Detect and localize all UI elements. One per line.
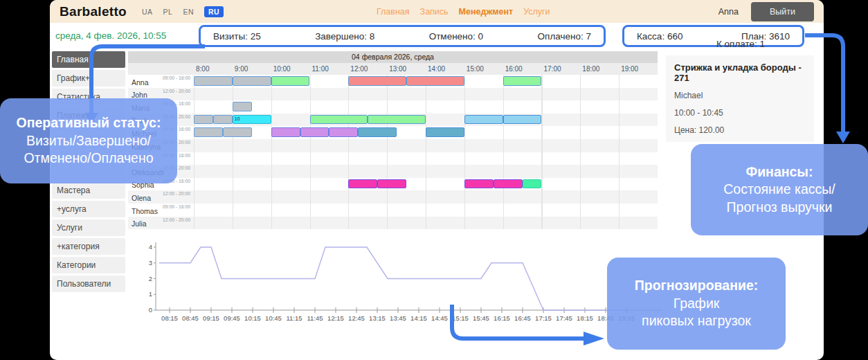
lang-button-pl[interactable]: PL bbox=[163, 8, 173, 16]
appointment-track bbox=[194, 178, 658, 191]
lang-button-ru[interactable]: RU bbox=[204, 6, 224, 17]
appointment-bar[interactable] bbox=[503, 76, 542, 86]
svg-text:11:15: 11:15 bbox=[286, 314, 302, 322]
status-stat: Отменено: 0 bbox=[429, 31, 483, 42]
appointment-bar[interactable] bbox=[310, 115, 368, 125]
payment-price: Цена: 120.00 bbox=[674, 125, 806, 135]
nav-link[interactable]: Менеджмент bbox=[459, 7, 514, 17]
nav-link[interactable]: Главная bbox=[377, 7, 410, 17]
svg-text:4: 4 bbox=[149, 243, 152, 251]
hour-label: 19:00 bbox=[619, 65, 658, 73]
svg-text:12:45: 12:45 bbox=[348, 314, 365, 322]
appointment-track bbox=[194, 165, 658, 178]
sidebar-item-Мастера[interactable]: Мастера bbox=[52, 182, 125, 199]
appointment-bar[interactable] bbox=[194, 76, 233, 86]
appointment-bar[interactable] bbox=[271, 127, 300, 137]
appointment-track bbox=[194, 204, 658, 217]
appointment-bar[interactable] bbox=[494, 179, 523, 189]
staff-cell: Thomas09:00 - 16:00 bbox=[128, 204, 194, 217]
sidebar-item-+услуга[interactable]: +услуга bbox=[52, 201, 125, 217]
appointment-bar[interactable] bbox=[223, 127, 252, 137]
callout-line: Прогноз выручки bbox=[727, 199, 833, 216]
appointment-bar[interactable] bbox=[194, 127, 223, 137]
appointment-bar[interactable] bbox=[233, 76, 271, 86]
svg-text:10:15: 10:15 bbox=[244, 314, 261, 322]
hour-label: 10:00 bbox=[271, 65, 310, 73]
staff-work-hours: 09:00 - 16:00 bbox=[163, 75, 190, 80]
svg-text:3: 3 bbox=[149, 259, 152, 267]
nav-link[interactable]: Услуги bbox=[523, 7, 550, 17]
appointment-track bbox=[194, 100, 658, 114]
appointment-bar[interactable] bbox=[358, 127, 397, 137]
arrowhead-finance bbox=[836, 132, 850, 143]
appointment-bar[interactable] bbox=[271, 76, 310, 86]
staff-cell: Anna09:00 - 16:00 bbox=[128, 75, 194, 88]
appointment-bar[interactable] bbox=[233, 102, 252, 111]
appointment-bar[interactable] bbox=[329, 127, 358, 137]
svg-text:12:15: 12:15 bbox=[327, 314, 344, 322]
appointment-bar[interactable]: 10 bbox=[233, 115, 271, 125]
hour-label: 17:00 bbox=[541, 65, 580, 73]
sidebar-item-Услуги[interactable]: Услуги bbox=[52, 219, 125, 236]
appointment-bar[interactable] bbox=[300, 127, 329, 137]
appointment-bar[interactable] bbox=[377, 179, 406, 189]
svg-text:17:15: 17:15 bbox=[535, 314, 552, 322]
schedule-day-title: 04 февраля 2026, среда bbox=[128, 51, 658, 63]
staff-name: Thomas bbox=[132, 207, 158, 215]
hour-label: 15:00 bbox=[464, 65, 503, 73]
svg-text:09:45: 09:45 bbox=[224, 314, 240, 322]
status-stat: Оплачено: 7 bbox=[538, 31, 591, 42]
hour-label: 14:00 bbox=[426, 65, 464, 73]
lang-button-ua[interactable]: UA bbox=[142, 8, 153, 16]
callout-line: Отменено/Оплачено bbox=[24, 150, 153, 167]
sidebar-item-+категория[interactable]: +категория bbox=[52, 238, 125, 255]
appointment-track bbox=[194, 152, 658, 165]
appointment-bar[interactable] bbox=[348, 179, 377, 189]
callout-line: Состояние кассы/ bbox=[723, 181, 835, 198]
logout-button[interactable]: Выйти bbox=[751, 2, 814, 21]
staff-work-hours: 12:00 - 20:00 bbox=[163, 191, 190, 196]
sidebar-item-Категории[interactable]: Категории bbox=[52, 257, 125, 273]
payment-time-range: 10:00 - 10:45 bbox=[674, 108, 806, 118]
sidebar-item-График+[interactable]: График+ bbox=[52, 70, 125, 87]
appointment-bar[interactable] bbox=[464, 115, 503, 125]
lang-button-en[interactable]: EN bbox=[183, 8, 194, 16]
current-user-name: Anna bbox=[718, 7, 739, 17]
appointment-bar[interactable] bbox=[503, 115, 542, 125]
schedule-row: Anna09:00 - 16:00 bbox=[128, 75, 658, 88]
chart-line bbox=[159, 247, 626, 310]
appointment-track bbox=[194, 217, 658, 230]
hour-label: 11:00 bbox=[309, 65, 348, 73]
appointment-bar[interactable] bbox=[464, 179, 494, 189]
appointment-bar[interactable] bbox=[348, 76, 406, 86]
schedule-row: Sophia09:00 - 16:00 bbox=[128, 178, 658, 191]
svg-text:08:45: 08:45 bbox=[182, 314, 199, 322]
appointment-track: 10 bbox=[194, 114, 658, 127]
staff-work-hours: 09:00 - 16:00 bbox=[163, 204, 190, 209]
payment-client-name: Michael bbox=[674, 91, 806, 100]
schedule-row: Kateryna12:00 - 20:00 bbox=[128, 139, 658, 152]
callout-operational-status: Оперативный статус: Визиты/Завершено/ От… bbox=[0, 98, 177, 183]
svg-text:14:45: 14:45 bbox=[431, 314, 448, 322]
staff-cell: Olena12:00 - 20:00 bbox=[128, 190, 194, 204]
top-bar: Barbaletto UAPLENRU ГлавнаяЗаписьМенеджм… bbox=[50, 0, 824, 23]
appointment-bar[interactable] bbox=[368, 115, 426, 125]
svg-text:14:15: 14:15 bbox=[410, 314, 427, 322]
appointment-bar[interactable] bbox=[213, 115, 233, 125]
payment-panel-title: К оплате: 1 bbox=[658, 39, 824, 49]
callout-line: График bbox=[673, 295, 720, 312]
payment-card[interactable]: Стрижка и укладка бороды - 271 Michael 1… bbox=[666, 55, 814, 142]
appointment-bar[interactable] bbox=[406, 76, 464, 86]
appointment-bar[interactable] bbox=[426, 127, 464, 137]
sidebar-item-Главная[interactable]: Главная bbox=[52, 51, 125, 68]
hour-label: 9:00 bbox=[233, 65, 271, 73]
appointment-bar[interactable] bbox=[523, 179, 542, 189]
staff-name: Julia bbox=[132, 219, 147, 228]
svg-text:09:15: 09:15 bbox=[203, 314, 219, 322]
hour-label: 8:00 bbox=[194, 65, 233, 73]
schedule-rows: Anna09:00 - 16:00John12:00 - 20:00Maria0… bbox=[128, 75, 658, 229]
nav-link[interactable]: Запись bbox=[420, 7, 449, 17]
sidebar-item-Пользователи[interactable]: Пользователи bbox=[52, 276, 125, 292]
status-stat: Завершено: 8 bbox=[315, 31, 374, 42]
appointment-bar[interactable] bbox=[194, 115, 213, 125]
